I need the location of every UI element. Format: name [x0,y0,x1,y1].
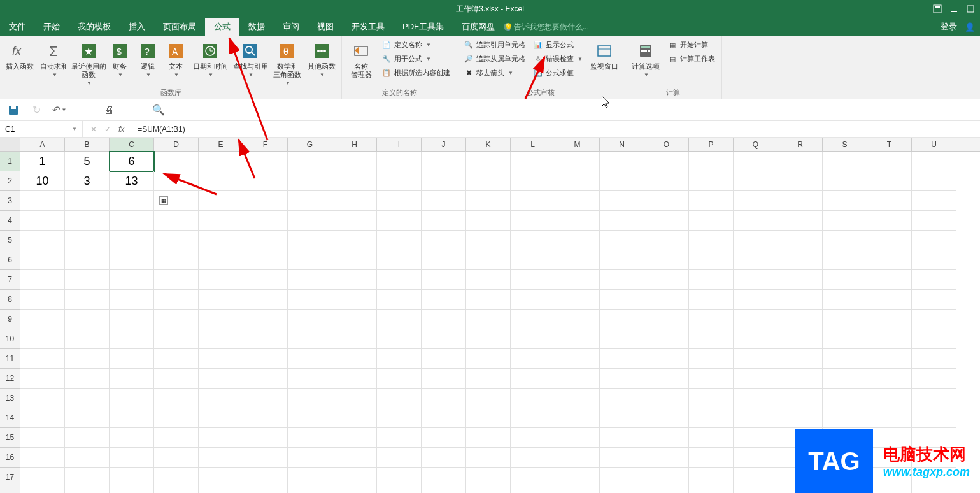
recent-functions-button[interactable]: ★ 最近使用的 函数 ▼ [73,38,104,86]
col-header-F[interactable]: F [243,138,288,151]
cell-E10[interactable] [199,329,243,349]
enter-icon[interactable]: ✓ [104,125,111,134]
cell-C10[interactable] [110,329,154,349]
cell-H18[interactable] [332,487,377,493]
cell-H9[interactable] [332,310,377,329]
cell-P2[interactable] [689,171,734,191]
undo-icon[interactable]: ↶▼ [53,104,65,116]
cell-K4[interactable] [466,211,511,231]
cell-G13[interactable] [288,389,332,408]
cell-Q2[interactable] [734,171,778,191]
insert-function-button[interactable]: fx 插入函数 [4,38,36,71]
cell-P10[interactable] [689,329,734,349]
cell-C18[interactable] [110,487,154,493]
cell-G16[interactable] [288,448,332,468]
col-header-S[interactable]: S [823,138,867,151]
cell-R2[interactable] [778,171,823,191]
cell-N15[interactable] [600,428,644,448]
cell-B4[interactable] [65,211,110,231]
row-header[interactable]: 13 [0,389,20,408]
cell-R13[interactable] [778,389,823,408]
cell-J1[interactable] [422,152,466,171]
cell-G2[interactable] [288,171,332,191]
cell-Q1[interactable] [734,152,778,171]
math-button[interactable]: θ 数学和 三角函数 ▼ [271,38,303,86]
cell-H1[interactable] [332,152,377,171]
cell-C6[interactable] [110,250,154,270]
cell-O16[interactable] [644,448,689,468]
cell-Q6[interactable] [734,250,778,270]
cell-C1[interactable]: 6 [110,152,154,171]
cell-S2[interactable] [823,171,867,191]
cell-F13[interactable] [243,389,288,408]
redo-icon[interactable]: ↻ [31,104,42,116]
cell-T14[interactable] [867,408,912,428]
cell-N6[interactable] [600,250,644,270]
error-checking-button[interactable]: ⚠错误检查▼ [530,52,585,65]
row-header[interactable]: 9 [0,310,20,329]
autosum-button[interactable]: Σ 自动求和 ▼ [38,38,70,78]
cell-N12[interactable] [600,369,644,389]
cell-J14[interactable] [422,408,466,428]
cell-K11[interactable] [466,349,511,369]
cell-U1[interactable] [912,152,956,171]
cell-O13[interactable] [644,389,689,408]
cell-D1[interactable] [154,152,199,171]
cell-N10[interactable] [600,329,644,349]
cell-F1[interactable] [243,152,288,171]
cell-P3[interactable] [689,191,734,211]
col-header-L[interactable]: L [511,138,555,151]
cell-G1[interactable] [288,152,332,171]
cell-D17[interactable] [154,468,199,487]
cell-S1[interactable] [823,152,867,171]
evaluate-formula-button[interactable]: 🔄公式求值 [530,66,585,79]
cell-P17[interactable] [689,468,734,487]
cell-E8[interactable] [199,290,243,310]
cell-N17[interactable] [600,468,644,487]
cell-R14[interactable] [778,408,823,428]
cell-Q14[interactable] [734,408,778,428]
cell-T13[interactable] [867,389,912,408]
cell-A7[interactable] [20,270,65,290]
cell-M12[interactable] [555,369,600,389]
financial-button[interactable]: $ 财务 ▼ [107,38,132,78]
cell-D6[interactable] [154,250,199,270]
cell-J9[interactable] [422,310,466,329]
cell-C8[interactable] [110,290,154,310]
cell-C16[interactable] [110,448,154,468]
cell-F5[interactable] [243,231,288,250]
cell-M1[interactable] [555,152,600,171]
col-header-U[interactable]: U [912,138,956,151]
cell-B1[interactable]: 5 [65,152,110,171]
cell-O5[interactable] [644,231,689,250]
cell-A4[interactable] [20,211,65,231]
cell-I14[interactable] [377,408,422,428]
cell-C2[interactable]: 13 [110,171,154,191]
cell-P5[interactable] [689,231,734,250]
cell-P13[interactable] [689,389,734,408]
cell-M8[interactable] [555,290,600,310]
cell-U8[interactable] [912,290,956,310]
cell-P11[interactable] [689,349,734,369]
watch-window-button[interactable]: 监视窗口 [588,38,621,71]
cell-S4[interactable] [823,211,867,231]
cell-F3[interactable] [243,191,288,211]
cell-A2[interactable]: 10 [20,171,65,191]
cell-A8[interactable] [20,290,65,310]
col-header-H[interactable]: H [332,138,377,151]
cell-F16[interactable] [243,448,288,468]
cell-T4[interactable] [867,211,912,231]
cell-C15[interactable] [110,428,154,448]
cell-I16[interactable] [377,448,422,468]
cell-F12[interactable] [243,369,288,389]
cell-H16[interactable] [332,448,377,468]
cell-R1[interactable] [778,152,823,171]
cell-E7[interactable] [199,270,243,290]
cell-L1[interactable] [511,152,555,171]
tab-file[interactable]: 文件 [0,18,34,36]
cell-E3[interactable] [199,191,243,211]
tell-me-search[interactable]: 💡 告诉我您想要做什么... [504,18,589,36]
cell-B14[interactable] [65,408,110,428]
cell-D15[interactable] [154,428,199,448]
cell-Q15[interactable] [734,428,778,448]
